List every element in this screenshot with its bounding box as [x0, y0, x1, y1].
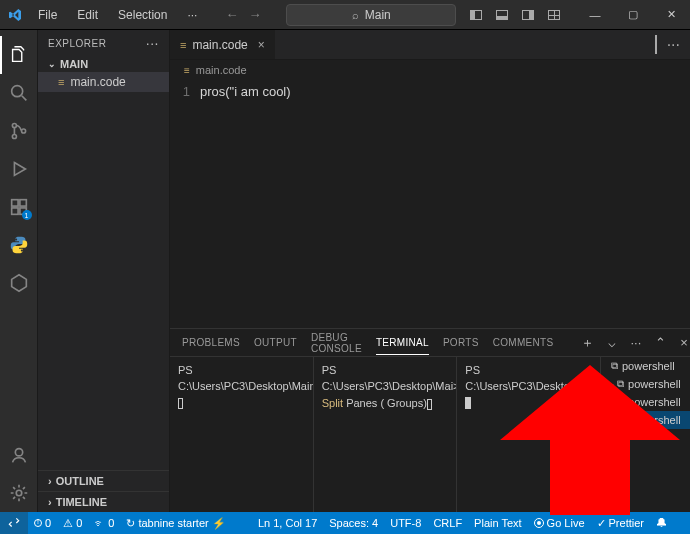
- panel-tab-problems[interactable]: PROBLEMS: [182, 331, 240, 354]
- more-actions-icon[interactable]: ···: [667, 36, 680, 54]
- terminal-pane[interactable]: PS C:\Users\PC3\Desktop\Main>: [170, 357, 314, 512]
- toggle-sidebar-icon[interactable]: [466, 5, 486, 25]
- explorer-icon[interactable]: [0, 36, 38, 74]
- editor[interactable]: 1 pros("i am cool): [170, 80, 690, 328]
- nav-back-icon[interactable]: ←: [225, 7, 238, 22]
- minimize-button[interactable]: —: [576, 0, 614, 30]
- status-port[interactable]: ᯤ0: [88, 517, 120, 529]
- menu-edit[interactable]: Edit: [69, 4, 106, 26]
- remote-explorer-icon[interactable]: [0, 264, 38, 302]
- layout-controls: [466, 5, 564, 25]
- antenna-icon: ᯤ: [94, 517, 105, 529]
- window-controls: — ▢ ✕: [576, 0, 690, 30]
- panel-more-icon[interactable]: ···: [630, 335, 641, 350]
- terminal-pane[interactable]: PS C:\Users\PC3\Desktop\Mai> Split Panes…: [314, 357, 458, 512]
- code-line: pros("i am cool): [200, 84, 291, 99]
- check-icon: ✓: [597, 517, 606, 530]
- terminal-pane[interactable]: PS C:\Users\PC3\Desktop\Main>: [457, 357, 600, 512]
- terminal-list: ⧉powershell┌⧉powershell├⧉powershell└⧉pow…: [600, 357, 690, 512]
- status-tabnine[interactable]: ↻tabnine starter⚡: [120, 517, 231, 530]
- close-button[interactable]: ✕: [652, 0, 690, 30]
- svg-rect-6: [11, 208, 17, 214]
- editor-content[interactable]: pros("i am cool): [200, 84, 291, 328]
- search-icon: ⌕: [352, 9, 359, 21]
- nav-history: ← →: [225, 7, 261, 22]
- customize-layout-icon[interactable]: [544, 5, 564, 25]
- panel-tab-comments[interactable]: COMMENTS: [493, 331, 554, 354]
- menu-bar: File Edit Selection ···: [30, 4, 205, 26]
- editor-tab-label: main.code: [192, 38, 247, 52]
- svg-point-0: [11, 86, 22, 97]
- svg-point-9: [16, 490, 22, 496]
- python-icon[interactable]: [0, 226, 38, 264]
- status-language-mode[interactable]: Plain Text: [468, 517, 528, 529]
- run-debug-icon[interactable]: [0, 150, 38, 188]
- line-number: 1: [170, 84, 190, 99]
- extensions-icon[interactable]: 1: [0, 188, 38, 226]
- menu-file[interactable]: File: [30, 4, 65, 26]
- terminal-list-item[interactable]: ├⧉powershell: [601, 393, 690, 411]
- terminal-dropdown-icon[interactable]: ⌵: [608, 335, 616, 350]
- activity-bar: 1: [0, 30, 38, 512]
- svg-rect-5: [19, 200, 25, 206]
- file-icon: ≡: [180, 39, 186, 51]
- line-gutter: 1: [170, 84, 200, 328]
- broadcast-icon: [534, 518, 544, 528]
- sidebar-title-text: EXPLORER: [48, 38, 106, 49]
- status-eol[interactable]: CRLF: [427, 517, 468, 529]
- status-indentation[interactable]: Spaces: 4: [323, 517, 384, 529]
- timeline-section[interactable]: › TIMELINE: [38, 491, 169, 512]
- close-panel-icon[interactable]: ×: [680, 335, 688, 350]
- file-tree-item[interactable]: ≡ main.code: [38, 72, 169, 92]
- menu-selection[interactable]: Selection: [110, 4, 175, 26]
- remote-indicator[interactable]: [0, 512, 28, 534]
- panel-tab-output[interactable]: OUTPUT: [254, 331, 297, 354]
- terminal-list-item[interactable]: ⧉powershell: [601, 357, 690, 375]
- status-notifications[interactable]: 🔔︎: [650, 516, 674, 530]
- search-icon[interactable]: [0, 74, 38, 112]
- status-encoding[interactable]: UTF-8: [384, 517, 427, 529]
- split-editor-icon[interactable]: [655, 36, 657, 54]
- maximize-button[interactable]: ▢: [614, 0, 652, 30]
- close-tab-icon[interactable]: ×: [258, 38, 265, 52]
- menu-overflow[interactable]: ···: [179, 4, 205, 26]
- status-warnings[interactable]: ⚠0: [57, 517, 88, 530]
- file-icon: ≡: [58, 76, 64, 88]
- panel-tab-terminal[interactable]: TERMINAL: [376, 331, 429, 355]
- file-tree: ≡ main.code: [38, 72, 169, 470]
- command-center[interactable]: ⌕ Main: [286, 4, 456, 26]
- sidebar-folder-header[interactable]: ⌄ MAIN: [38, 56, 169, 72]
- maximize-panel-icon[interactable]: ⌃: [655, 335, 666, 350]
- toggle-secondary-sidebar-icon[interactable]: [518, 5, 538, 25]
- status-bar: 0 ⚠0 ᯤ0 ↻tabnine starter⚡ Ln 1, Col 17 S…: [0, 512, 690, 534]
- status-prettier[interactable]: ✓Prettier: [591, 517, 650, 530]
- nav-forward-icon[interactable]: →: [248, 7, 261, 22]
- powershell-icon: ⧉: [617, 414, 624, 426]
- status-errors[interactable]: 0: [28, 517, 57, 529]
- sidebar-more-icon[interactable]: ···: [146, 36, 159, 50]
- command-center-text: Main: [365, 8, 391, 22]
- panel-tab-ports[interactable]: PORTS: [443, 331, 479, 354]
- status-cursor-position[interactable]: Ln 1, Col 17: [252, 517, 323, 529]
- svg-rect-4: [11, 200, 17, 206]
- new-terminal-icon[interactable]: ＋: [581, 334, 594, 352]
- terminal-list-item[interactable]: ┌⧉powershell: [601, 375, 690, 393]
- sidebar-folder-name: MAIN: [60, 58, 88, 70]
- breadcrumb[interactable]: ≡ main.code: [170, 60, 690, 80]
- bell-icon: 🔔︎: [656, 516, 668, 530]
- editor-actions: ···: [645, 30, 690, 59]
- svg-point-1: [12, 123, 16, 127]
- panel-tab-debug-console[interactable]: DEBUG CONSOLE: [311, 326, 362, 360]
- source-control-icon[interactable]: [0, 112, 38, 150]
- powershell-icon: ⧉: [617, 396, 624, 408]
- settings-icon[interactable]: [0, 474, 38, 512]
- editor-tab[interactable]: ≡ main.code ×: [170, 30, 276, 59]
- accounts-icon[interactable]: [0, 436, 38, 474]
- status-go-live[interactable]: Go Live: [528, 517, 591, 529]
- svg-point-2: [12, 134, 16, 138]
- terminal-list-item[interactable]: └⧉powershell: [601, 411, 690, 429]
- outline-section[interactable]: › OUTLINE: [38, 470, 169, 491]
- powershell-icon: ⧉: [617, 378, 624, 390]
- toggle-panel-icon[interactable]: [492, 5, 512, 25]
- outline-label: OUTLINE: [56, 475, 104, 487]
